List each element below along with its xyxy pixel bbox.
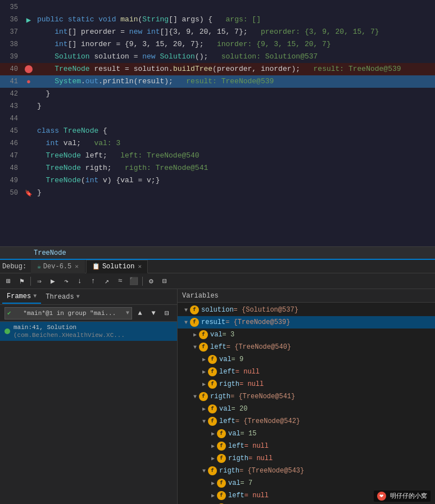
var-value: = null: [239, 380, 264, 388]
var-item-1[interactable]: ▼fresult = {TreeNode@539}: [178, 316, 435, 328]
field-icon: f: [217, 454, 226, 463]
field-icon: f: [217, 429, 226, 438]
bookmark-icon: 🔖: [25, 190, 33, 197]
line-gutter: ●: [22, 78, 35, 86]
code-line-37: 37 int[] preorder = new int[]{3, 9, 20, …: [0, 26, 435, 38]
var-value: = 9: [232, 356, 244, 363]
layout-btn[interactable]: ⊟: [158, 275, 171, 287]
expand-icon[interactable]: ▶: [191, 331, 199, 338]
var-value: = null: [248, 454, 273, 462]
debug-label: Debug:: [2, 263, 26, 271]
var-item-12[interactable]: ▶frigth = null: [178, 452, 435, 465]
resume-btn[interactable]: ▶: [47, 275, 59, 287]
code-content: public static void main(String[] args) {…: [35, 14, 435, 26]
expand-icon[interactable]: ▶: [200, 356, 208, 363]
code-content: }: [35, 88, 435, 100]
threads-tab[interactable]: Threads ▼: [41, 290, 84, 304]
var-item-11[interactable]: ▶fleft = null: [178, 440, 435, 452]
frame-up-btn[interactable]: ▲: [134, 308, 146, 319]
var-item-9[interactable]: ▼fleft = {TreeNode@542}: [178, 415, 435, 428]
expand-icon[interactable]: ▶: [209, 443, 217, 449]
var-name: rigth: [219, 380, 239, 388]
frames-tab[interactable]: Frames ▼: [2, 290, 41, 304]
thread-dropdown[interactable]: ✔ *main*@1 in group "mai... ▼: [4, 307, 132, 320]
code-content: class TreeNode {: [35, 125, 435, 137]
code-content: int[] inorder = {9, 3, 15, 20, 7}; inord…: [35, 38, 435, 51]
rerun-btn[interactable]: ⇒: [33, 275, 46, 287]
evaluate-btn[interactable]: ≈: [114, 275, 126, 287]
field-icon: f: [217, 479, 226, 488]
frames-threads-tabs: Frames ▼ Threads ▼: [0, 289, 177, 305]
expand-icon[interactable]: ▼: [191, 394, 199, 400]
var-item-6[interactable]: ▶frigth = null: [178, 378, 435, 390]
stop-btn[interactable]: ⬛: [128, 275, 140, 287]
expand-icon[interactable]: ▼: [182, 307, 190, 313]
code-content: int[] preorder = new int[]{3, 9, 20, 15,…: [35, 26, 435, 38]
left-panel: Frames ▼ Threads ▼ ✔ *main*@1 in group "…: [0, 289, 178, 504]
code-line-50: 50🔖}: [0, 187, 435, 199]
expand-icon[interactable]: ▶: [200, 381, 208, 388]
line-number: 42: [0, 90, 22, 98]
var-value: = 3: [223, 331, 235, 339]
var-item-4[interactable]: ▶fval = 9: [178, 353, 435, 366]
var-item-16[interactable]: ▶frigth = null: [178, 502, 435, 504]
expand-icon[interactable]: ▼: [182, 320, 190, 326]
expand-icon[interactable]: ▶: [209, 480, 217, 487]
var-item-7[interactable]: ▼frigth = {TreeNode@541}: [178, 390, 435, 403]
expand-icon[interactable]: ▶: [209, 455, 217, 462]
field-icon: f: [190, 305, 199, 314]
var-item-13[interactable]: ▼frigth = {TreeNode@543}: [178, 465, 435, 477]
var-name: left: [210, 343, 226, 351]
expand-icon[interactable]: ▶: [209, 430, 217, 437]
step-out-btn[interactable]: ↑: [87, 275, 99, 287]
expand-icon[interactable]: ▶: [209, 492, 217, 499]
line-number: 35: [0, 3, 22, 11]
breakpoint-dot[interactable]: [25, 65, 33, 73]
expand-icon[interactable]: ▼: [191, 344, 199, 350]
field-icon: f: [199, 392, 208, 401]
var-item-0[interactable]: ▼fsolution = {Solution@537}: [178, 304, 435, 316]
line-number: 44: [0, 115, 22, 123]
tab-close-dev65[interactable]: ✕: [75, 263, 79, 270]
tab-solution[interactable]: 📋 Solution ✕: [86, 260, 148, 273]
step-over-btn[interactable]: ↷: [60, 275, 72, 287]
var-item-5[interactable]: ▶fleft = null: [178, 366, 435, 378]
code-line-45: 45class TreeNode {: [0, 125, 435, 137]
var-item-2[interactable]: ▶fval = 3: [178, 328, 435, 341]
debugger-btn[interactable]: ⚑: [16, 275, 28, 287]
code-editor: 3536▶public static void main(String[] ar…: [0, 0, 435, 259]
var-value: = {TreeNode@542}: [235, 417, 300, 425]
var-name: rigth: [219, 467, 239, 475]
step-into-btn[interactable]: ↓: [74, 275, 86, 287]
run-to-cursor-btn[interactable]: ↗: [101, 275, 113, 287]
frame-down-btn[interactable]: ▼: [148, 308, 159, 319]
var-value: = {TreeNode@539}: [225, 318, 290, 326]
line-gutter: ▶: [22, 15, 35, 25]
expand-icon[interactable]: ▼: [200, 468, 208, 474]
active-frame-indicator: [4, 328, 10, 334]
line-number: 41: [0, 78, 22, 86]
field-icon: f: [208, 355, 217, 364]
expand-icon[interactable]: ▶: [200, 406, 208, 412]
var-item-10[interactable]: ▶fval = 15: [178, 428, 435, 440]
settings-btn[interactable]: ⚙: [145, 275, 157, 287]
stack-frame-item[interactable]: main:41, Solution (com.Beichen.XHealthVi…: [0, 322, 177, 341]
java-icon: ☕: [37, 263, 41, 270]
var-item-14[interactable]: ▶fval = 7: [178, 477, 435, 489]
expand-icon[interactable]: ▼: [200, 418, 208, 425]
code-line-41: 41● System.out.println(result); result: …: [0, 75, 435, 88]
console-btn[interactable]: ⊞: [2, 275, 15, 287]
var-item-8[interactable]: ▶fval = 20: [178, 403, 435, 415]
code-line-36: 36▶public static void main(String[] args…: [0, 14, 435, 26]
code-content: TreeNode result = solution.buildTree(pre…: [35, 63, 435, 75]
code-line-39: 39 Solution solution = new Solution(); s…: [0, 51, 435, 63]
tab-dev65[interactable]: ☕ Dev-6.5 ✕: [31, 260, 85, 273]
var-item-3[interactable]: ▼fleft = {TreeNode@540}: [178, 341, 435, 353]
var-value: = null: [244, 442, 269, 450]
tab-close-solution[interactable]: ✕: [138, 263, 142, 270]
line-number: 48: [0, 164, 22, 172]
filter-btn[interactable]: ⊟: [161, 308, 173, 319]
line-number: 38: [0, 40, 22, 48]
code-line-40: 40 TreeNode result = solution.buildTree(…: [0, 63, 435, 75]
expand-icon[interactable]: ▶: [200, 368, 208, 375]
